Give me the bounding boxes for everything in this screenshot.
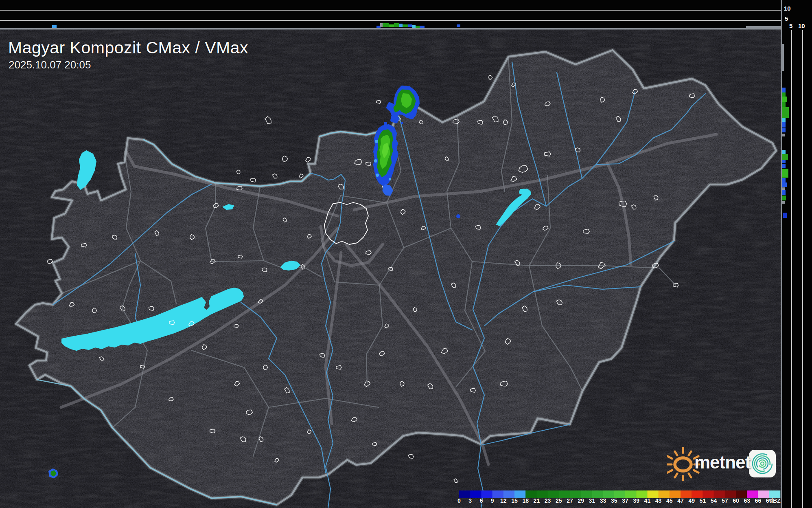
legend-tick-label: 12 [500,497,507,504]
top-strip-echo-mark [389,24,394,27]
legend-tick-label: 54 [711,497,717,504]
legend-tick-label: 57 [722,497,728,504]
echo-cell-sw-green [51,471,56,476]
legend-tick-label: 66 [755,497,762,504]
legend-tick-label: 18 [522,497,529,504]
metnet-logo: metnet [667,446,779,481]
legend-tick-label: 15 [511,497,518,504]
legend-tick-label: 27 [567,497,573,504]
legend-tick-label: 60 [733,497,739,504]
legend-tick-label: 63 [744,497,750,504]
right-strip-echo-mark [782,178,786,183]
legend-tick-label: 29 [578,497,584,504]
right-strip-echo-mark [782,128,786,132]
echo-bit [374,159,377,163]
right-projection-panel [781,0,812,508]
reflectivity-legend [459,490,780,498]
right-strip-echo-mark [782,92,786,97]
map-top-border [0,28,781,30]
map-area [0,28,781,508]
top-panel-scale-10: 10 [784,5,791,12]
top-strip-echo-mark [457,24,460,27]
top-strip-echo-mark [403,24,408,27]
metnet-logo-text: metnet [694,452,751,473]
legend-tick-label: 6 [479,497,483,504]
echo-bit [375,140,378,143]
legend-tick-label: 39 [633,497,639,504]
right-panel-scale-5: 5 [789,22,792,29]
legend-tick-label: 43 [655,497,662,504]
right-strip-echo-mark [782,169,788,178]
right-strip-echo-mark [782,154,788,160]
legend-tick-label: 31 [589,497,595,504]
cyclone-app-icon [749,450,776,477]
top-strip-echo-mark [420,26,425,28]
top-strip-echo-mark [408,24,412,27]
page-title: Magyar Kompozit CMax / VMax [8,38,248,57]
top-panel-scale-5: 5 [785,15,788,22]
map-timestamp: 2025.10.07 20:05 [9,59,91,71]
right-strip-echo-mark [782,183,787,187]
legend-tick-label: 37 [622,497,628,504]
top-strip-echo-mark [52,25,57,28]
right-strip-echo-mark [782,150,786,154]
echo-bit [376,174,379,177]
top-strip-echo-mark [399,24,403,27]
legend-tick-label: 25 [556,497,562,504]
echo-dot [384,122,387,125]
right-strip-echo-mark [746,26,781,29]
top-strip-echo-mark [416,26,420,28]
top-strip-echo-mark [376,26,381,28]
right-strip-echo-mark [782,118,786,122]
echo-dot [456,214,460,218]
echo-dot [401,122,403,124]
right-strip-echo-mark [782,107,789,118]
legend-tick-label: 0 [457,497,461,504]
right-strip-echo-mark [782,88,786,92]
right-strip-echo-mark [782,160,786,163]
legend-tick-label: 3 [468,497,472,504]
radar-composite-screen: Magyar Kompozit CMax / VMax 2025.10.07 2… [0,0,812,508]
top-strip-echo-mark [412,25,416,28]
right-strip-echo-mark [782,190,786,195]
right-strip-echo-mark [782,164,786,168]
legend-tick-label: 41 [644,497,651,504]
legend-tick-label: 47 [677,497,684,504]
legend-tick-label: 49 [688,497,695,504]
top-strip-echo-mark [383,23,389,27]
top-strip-echo-mark [380,23,383,27]
legend-tick-label: 9 [491,497,494,504]
legend-tick-label: 21 [534,497,540,504]
legend-tick-label: 33 [600,497,606,504]
right-strip-echo-mark [782,122,786,128]
top-strip-echo-mark [394,23,399,27]
legend-tick-label: 45 [666,497,673,504]
right-strip-echo-mark [781,44,784,71]
right-strip-echo-mark [782,97,787,102]
echo-bit [389,178,391,180]
right-strip-echo-mark [783,213,787,218]
echo-cell-lower-tail [383,185,392,195]
legend-tick-label: 23 [545,497,551,504]
echo-cell-upper-bright [402,94,411,107]
right-strip-echo-mark [782,196,786,200]
right-strip-echo-mark [782,201,785,204]
top-projection-panel [0,0,812,28]
legend-tick-label: 51 [700,497,706,504]
right-strip-echo-mark [782,134,785,136]
right-strip-echo-mark [782,102,786,107]
radar-map-canvas [0,0,812,508]
legend-tick-label: 35 [611,497,617,504]
legend-unit-label: dBZ [769,497,780,504]
right-panel-scale-10: 10 [798,22,805,29]
right-strip-echo-mark [782,187,785,190]
